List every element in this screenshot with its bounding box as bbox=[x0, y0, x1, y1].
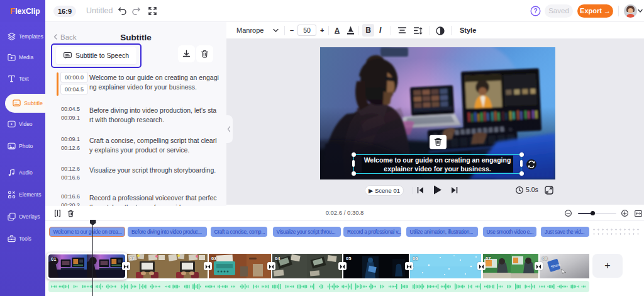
svg-text:?: ? bbox=[533, 8, 537, 14]
